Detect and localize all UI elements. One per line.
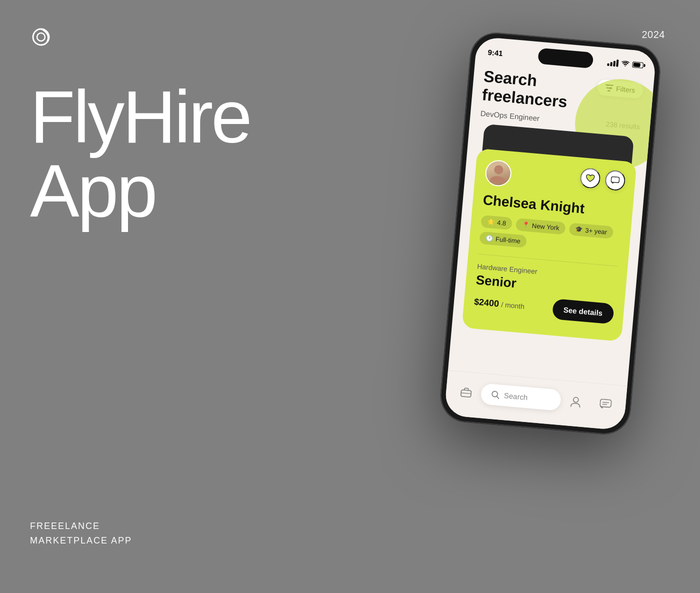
svg-line-10 [496, 396, 499, 398]
search-nav-label: Search [504, 391, 528, 402]
svg-point-1 [37, 33, 45, 41]
star-icon: ⭐ [487, 218, 495, 226]
freelancer-card[interactable]: Chelsea Knight ⭐ 4.8 📍 New York [462, 148, 637, 342]
search-query: DevOps Engineer [480, 109, 540, 122]
subtitle-line2: MARKETPLACE APP [30, 534, 132, 548]
bottom-nav: Search [444, 370, 627, 430]
availability-tag: 🕐 Full-time [479, 231, 527, 248]
message-button[interactable] [604, 170, 626, 191]
chat-icon [599, 398, 612, 410]
subtitle: FREEELANCE MARKETPLACE APP [30, 519, 132, 548]
tags-row: ⭐ 4.8 📍 New York 🎓 3+ year [479, 214, 621, 256]
search-nav-icon [490, 390, 500, 400]
cards-area: Chelsea Knight ⭐ 4.8 📍 New York [462, 123, 639, 346]
location-tag: 📍 New York [516, 218, 566, 235]
avatar-image [486, 160, 512, 186]
svg-point-5 [494, 164, 504, 174]
briefcase-icon [460, 386, 472, 398]
app-title: FlyHire App [30, 80, 250, 228]
card-actions [580, 167, 626, 191]
svg-line-8 [461, 392, 471, 394]
logo [30, 24, 56, 50]
subtitle-line1: FREEELANCE [30, 519, 132, 534]
nav-profile[interactable] [560, 394, 592, 409]
card-header [484, 159, 626, 197]
avatar [484, 159, 512, 187]
nav-messages[interactable] [590, 398, 621, 411]
freelancer-name: Chelsea Knight [482, 192, 624, 220]
year-label: 2024 [642, 29, 666, 40]
location-icon: 📍 [522, 221, 530, 228]
price-value: $2400 [474, 296, 500, 308]
rating-value: 4.8 [496, 218, 506, 227]
svg-rect-6 [611, 176, 620, 182]
nav-search-pill[interactable]: Search [480, 383, 562, 411]
svg-line-14 [602, 404, 606, 404]
phone-screen: 9:41 [444, 36, 656, 430]
availability-value: Full-time [496, 235, 521, 244]
title-line1: FlyHire [30, 80, 250, 154]
wifi-icon [621, 60, 630, 67]
title-line2: App [30, 154, 250, 228]
experience-value: 3+ year [585, 226, 608, 236]
clock-icon: 🕐 [486, 234, 494, 242]
experience-icon: 🎓 [575, 226, 583, 233]
status-icons [607, 59, 644, 69]
status-time: 9:41 [488, 48, 503, 58]
like-button[interactable] [580, 167, 601, 188]
location-value: New York [532, 222, 560, 232]
person-icon [570, 395, 582, 408]
price-unit: / month [501, 300, 525, 310]
card-bottom: Hardware Engineer Senior $2400 / month S… [473, 254, 618, 324]
svg-point-11 [573, 397, 578, 402]
signal-icon [607, 59, 618, 67]
rating-tag: ⭐ 4.8 [480, 214, 512, 230]
experience-tag: 🎓 3+ year [569, 222, 614, 239]
price-display: $2400 / month [474, 296, 525, 312]
svg-rect-12 [600, 398, 612, 407]
svg-line-13 [603, 402, 609, 402]
phone-mockup: 9:41 [428, 31, 682, 558]
phone-frame: 9:41 [438, 31, 662, 436]
see-details-button[interactable]: See details [552, 298, 614, 324]
battery-icon [632, 62, 644, 68]
nav-jobs[interactable] [450, 385, 482, 398]
